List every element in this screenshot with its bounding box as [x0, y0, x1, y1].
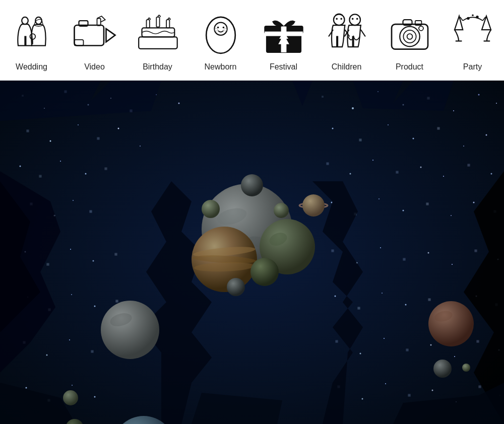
newborn-label: Newborn	[204, 62, 236, 72]
svg-point-143	[72, 385, 73, 386]
svg-point-120	[335, 296, 336, 297]
svg-point-92	[73, 200, 74, 201]
svg-point-98	[426, 203, 428, 205]
festival-label: Festival	[270, 62, 297, 72]
svg-point-180	[433, 360, 452, 378]
svg-point-43	[476, 16, 478, 18]
svg-point-149	[432, 390, 433, 391]
svg-point-170	[63, 390, 78, 405]
svg-point-100	[473, 202, 475, 203]
svg-point-138	[454, 356, 455, 357]
svg-point-146	[362, 398, 363, 400]
nav-item-product[interactable]: Product	[382, 9, 437, 72]
svg-point-55	[178, 103, 180, 104]
svg-point-30	[340, 18, 342, 20]
video-icon	[70, 9, 120, 59]
svg-rect-33	[392, 24, 428, 49]
svg-marker-7	[106, 29, 115, 42]
svg-point-0	[22, 17, 28, 24]
svg-point-88	[468, 164, 470, 166]
svg-point-16	[217, 26, 219, 28]
svg-point-168	[101, 301, 159, 359]
svg-point-66	[78, 124, 79, 125]
svg-point-17	[222, 26, 224, 28]
nav-item-newborn[interactable]: Newborn	[193, 9, 248, 72]
nav-item-festival[interactable]: Festival	[256, 9, 311, 72]
svg-point-137	[430, 344, 432, 346]
svg-point-2	[30, 34, 35, 39]
svg-point-81	[105, 168, 107, 170]
party-icon	[448, 9, 498, 59]
svg-point-42	[467, 17, 469, 19]
svg-point-36	[407, 34, 412, 39]
svg-rect-9	[146, 20, 149, 28]
svg-point-72	[388, 124, 389, 125]
svg-point-19	[224, 28, 226, 31]
svg-point-167	[202, 200, 220, 218]
svg-point-182	[274, 203, 289, 218]
wedding-label: Wedding	[16, 62, 47, 72]
svg-point-141	[26, 387, 27, 389]
svg-point-151	[479, 386, 481, 388]
svg-point-62	[478, 94, 480, 96]
nav-item-birthday[interactable]: Birthday	[130, 9, 185, 72]
svg-point-110	[403, 258, 405, 260]
svg-point-178	[428, 301, 474, 346]
svg-point-56	[322, 96, 324, 98]
festival-icon	[259, 9, 309, 59]
svg-point-75	[463, 146, 464, 147]
product-icon	[385, 9, 435, 59]
svg-point-119	[116, 300, 118, 302]
svg-rect-4	[74, 25, 104, 46]
svg-point-44	[472, 14, 474, 16]
svg-point-147	[385, 383, 386, 384]
svg-point-76	[486, 134, 487, 136]
svg-point-97	[403, 210, 404, 211]
svg-point-83	[350, 173, 351, 175]
wedding-icon	[7, 9, 57, 59]
svg-point-64	[27, 130, 29, 132]
children-icon	[322, 9, 372, 59]
nav-item-wedding[interactable]: Wedding	[4, 9, 59, 72]
svg-point-68	[118, 128, 119, 129]
svg-point-135	[384, 338, 385, 339]
svg-point-86	[420, 167, 422, 168]
nav-item-video[interactable]: Video	[67, 9, 122, 72]
birthday-icon	[133, 9, 183, 59]
svg-point-82	[327, 163, 329, 165]
svg-point-69	[140, 146, 141, 147]
svg-point-63	[496, 103, 497, 104]
navigation-header: Wedding Video	[0, 0, 504, 81]
birthday-label: Birthday	[143, 62, 172, 72]
svg-point-87	[443, 176, 444, 177]
svg-rect-13	[139, 37, 177, 48]
svg-point-71	[359, 139, 361, 141]
svg-point-183	[227, 278, 245, 296]
main-image	[0, 81, 504, 424]
svg-point-67	[97, 137, 99, 139]
svg-point-166	[302, 194, 325, 217]
svg-point-39	[419, 26, 423, 30]
svg-point-74	[437, 127, 439, 129]
svg-point-79	[60, 161, 61, 162]
svg-point-139	[477, 340, 479, 342]
svg-point-104	[70, 249, 71, 250]
svg-point-144	[94, 396, 96, 398]
svg-point-112	[452, 264, 453, 265]
svg-point-28	[349, 14, 360, 25]
svg-point-105	[93, 260, 94, 262]
newborn-icon	[196, 9, 246, 59]
svg-point-99	[451, 215, 452, 216]
svg-point-96	[379, 198, 380, 199]
svg-point-121	[358, 307, 360, 309]
svg-point-27	[333, 14, 344, 25]
svg-point-77	[20, 166, 21, 167]
svg-point-32	[356, 18, 358, 20]
svg-point-78	[39, 175, 41, 177]
nav-item-children[interactable]: Children	[319, 9, 374, 72]
children-label: Children	[332, 62, 362, 72]
nav-item-party[interactable]: Party	[445, 9, 500, 72]
svg-point-118	[94, 306, 96, 307]
svg-point-73	[413, 138, 414, 139]
svg-point-103	[47, 263, 49, 265]
